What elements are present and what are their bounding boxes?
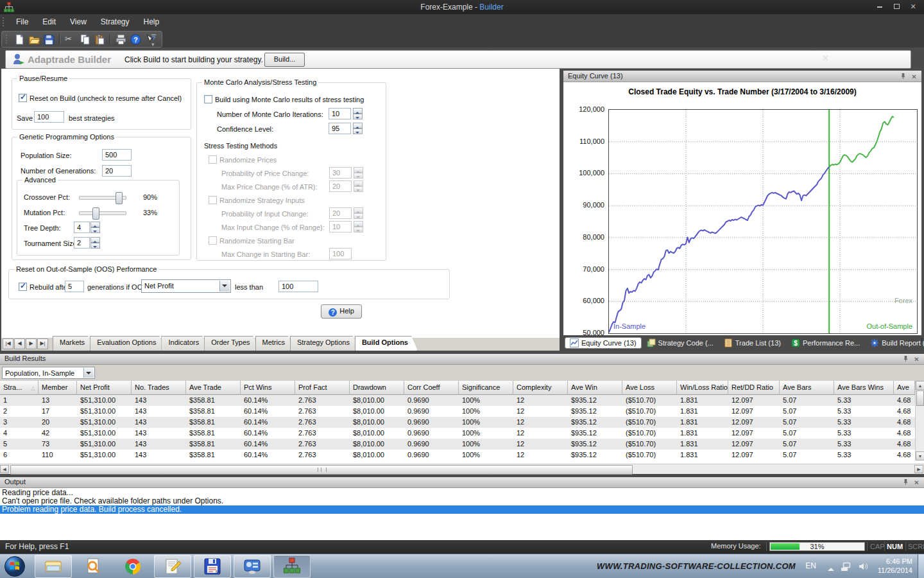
population-size-field[interactable]: 500 — [102, 149, 132, 161]
results-filter-dropdown[interactable]: Population, In-Sample — [2, 367, 95, 379]
column-header-ave-trade[interactable]: Ave Trade — [186, 381, 241, 395]
panel-close-icon[interactable]: ✕ — [912, 355, 921, 363]
crossover-slider[interactable] — [79, 196, 126, 200]
column-header-ave-bars-wins[interactable]: Ave Bars Wins — [834, 381, 894, 395]
tab-metrics[interactable]: Metrics — [255, 336, 295, 351]
column-header-win-loss-ratio[interactable]: Win/Loss Ratio — [677, 381, 728, 395]
close-button[interactable]: ✕ — [905, 2, 921, 12]
scroll-left-icon[interactable]: ◀ — [0, 465, 9, 473]
tab-build-report-13[interactable]: Build Report (13) — [865, 337, 924, 349]
build-button[interactable]: Build... — [264, 53, 305, 67]
taskbar-chrome-button[interactable] — [114, 555, 151, 578]
column-header-prof-fact[interactable]: Prof Fact — [295, 381, 350, 395]
column-header-net-profit[interactable]: Net Profit — [77, 381, 132, 395]
rebuild-generations-field[interactable]: 5 — [65, 281, 84, 292]
menu-help[interactable]: Help — [137, 15, 167, 28]
generations-field[interactable]: 20 — [102, 165, 132, 177]
toolbar-overflow-chevron[interactable]: ▔▾ — [151, 35, 156, 48]
randomize-bar-checkbox[interactable] — [209, 236, 217, 245]
confidence-spinner[interactable] — [353, 123, 363, 134]
mc-iterations-spinner[interactable] — [353, 108, 363, 119]
pin-icon[interactable] — [902, 478, 910, 487]
tab-trade-list-13[interactable]: Trade List (13) — [719, 337, 786, 349]
column-header-ave-loss[interactable]: Ave Loss — [622, 381, 677, 395]
randomize-prices-checkbox[interactable] — [209, 155, 217, 164]
column-header-ave-win[interactable]: Ave Win — [568, 381, 622, 395]
scroll-right-icon[interactable]: ▶ — [914, 465, 923, 473]
results-table-header[interactable]: Stra...△MemberNet ProfitNo. TradesAve Tr… — [0, 381, 915, 395]
tray-expand-icon[interactable] — [828, 565, 834, 571]
print-icon[interactable] — [116, 34, 126, 45]
banner-close-icon[interactable]: ✕ — [822, 53, 829, 63]
help-button[interactable]: ?Help — [321, 304, 362, 319]
results-vertical-scrollbar[interactable]: ▲ ▼ — [915, 381, 924, 460]
column-header-no-trades[interactable]: No. Trades — [132, 381, 186, 395]
tournament-spinner[interactable] — [90, 237, 100, 249]
taskbar-notepad-button[interactable] — [154, 555, 191, 578]
tab-nav-buttons[interactable]: |◀◀▶▶| — [3, 338, 49, 349]
save-strategies-field[interactable]: 100 — [34, 111, 64, 123]
column-header-significance[interactable]: Significance — [459, 381, 513, 395]
confidence-field[interactable]: 95 — [329, 123, 351, 134]
column-header-member[interactable]: Member — [38, 381, 77, 395]
table-row[interactable]: 113$51,310.00143$358.8160.14%2.763$8,010… — [0, 395, 915, 406]
tab-markets[interactable]: Markets — [53, 336, 94, 351]
taskbar-builder-button[interactable] — [273, 555, 311, 578]
table-row[interactable]: 320$51,310.00143$358.8160.14%2.763$8,010… — [0, 417, 915, 428]
rebuild-checkbox[interactable] — [19, 283, 27, 291]
taskbar-control-panel-button[interactable] — [234, 555, 271, 578]
pin-icon[interactable] — [902, 355, 910, 363]
dropdown-arrow-icon[interactable] — [219, 281, 230, 292]
taskbar-clock[interactable]: 6:46 PM11/26/2014 — [878, 557, 912, 575]
table-row[interactable]: 6110$51,310.00143$358.8160.14%2.763$8,01… — [0, 450, 915, 460]
about-help-icon[interactable]: ? — [130, 34, 141, 45]
randomize-inputs-checkbox[interactable] — [209, 196, 217, 204]
oos-metric-dropdown[interactable]: Net Profit — [141, 279, 231, 293]
tab-strategy-code[interactable]: Strategy Code (... — [642, 337, 719, 349]
pin-icon[interactable] — [899, 73, 907, 81]
mc-iterations-field[interactable]: 10 — [329, 108, 351, 119]
volume-icon[interactable] — [857, 561, 869, 573]
menu-file[interactable]: File — [9, 15, 35, 28]
tab-performance-re[interactable]: $Performance Re... — [786, 337, 865, 349]
taskbar-explorer-button[interactable] — [35, 555, 72, 578]
column-header-corr-coeff[interactable]: Corr Coeff — [404, 381, 459, 395]
column-header-stra[interactable]: Stra...△ — [0, 381, 38, 395]
column-header-ret-dd-ratio[interactable]: Ret/DD Ratio — [728, 381, 780, 395]
tree-depth-field[interactable]: 4 — [74, 222, 90, 233]
table-row[interactable]: 442$51,310.00143$358.8160.14%2.763$8,010… — [0, 428, 915, 439]
open-file-icon[interactable] — [29, 34, 40, 45]
restore-button[interactable] — [888, 2, 905, 12]
table-row[interactable]: 573$51,310.00143$358.8160.14%2.763$8,010… — [0, 439, 915, 450]
start-button[interactable] — [4, 556, 26, 578]
tree-depth-spinner[interactable] — [90, 222, 100, 233]
tab-equity-curve-13[interactable]: Equity Curve (13) — [565, 337, 642, 349]
taskbar-floppy-button[interactable]: 64 — [194, 555, 231, 578]
menu-strategy[interactable]: Strategy — [94, 15, 137, 28]
table-row[interactable]: 217$51,310.00143$358.8160.14%2.763$8,010… — [0, 406, 915, 417]
column-header-drawdown[interactable]: Drawdown — [350, 381, 404, 395]
mc-build-checkbox[interactable] — [204, 95, 212, 103]
mutation-slider[interactable] — [79, 211, 126, 215]
save-icon[interactable] — [44, 34, 55, 45]
language-indicator[interactable]: EN — [805, 561, 816, 570]
scrollbar-thumb[interactable] — [916, 390, 924, 406]
tab-strategy-options[interactable]: Strategy Options — [290, 336, 359, 351]
results-horizontal-scrollbar[interactable]: ◀ ▶ — [0, 464, 924, 474]
column-header-pct-wins[interactable]: Pct Wins — [241, 381, 295, 395]
column-header-ave-bars[interactable]: Ave Bars — [780, 381, 834, 395]
tab-order-types[interactable]: Order Types — [204, 336, 259, 351]
new-file-icon[interactable] — [14, 34, 25, 45]
tab-build-options[interactable]: Build Options — [355, 336, 418, 351]
copy-icon[interactable] — [80, 34, 90, 45]
paste-icon[interactable] — [94, 34, 105, 45]
scrollbar-thumb[interactable] — [10, 465, 633, 475]
panel-close-icon[interactable]: ✕ — [912, 478, 921, 487]
cut-icon[interactable]: ✂ — [65, 34, 76, 45]
menu-view[interactable]: View — [63, 15, 94, 28]
network-icon[interactable] — [841, 561, 852, 573]
panel-close-icon[interactable]: ✕ — [910, 73, 918, 81]
dropdown-arrow-icon[interactable] — [83, 368, 94, 378]
tab-indicators[interactable]: Indicators — [161, 336, 209, 351]
output-line[interactable]: Problem reading price data. Build proces… — [0, 505, 924, 514]
